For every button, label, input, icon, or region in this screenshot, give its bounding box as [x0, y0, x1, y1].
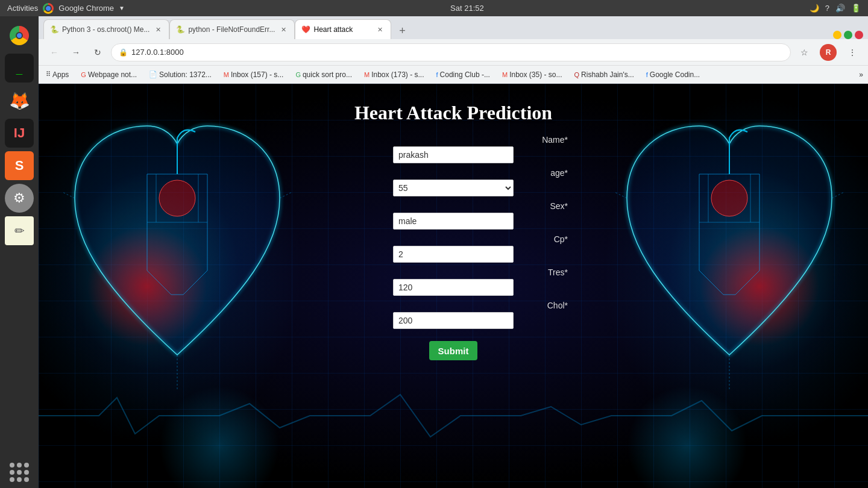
tab-favicon-heart: ❤️ [301, 25, 310, 34]
bookmark-coding-club[interactable]: f Coding Club -... [434, 69, 492, 80]
bookmark-inbox2[interactable]: M Inbox (173) - s... [362, 69, 427, 80]
svg-line-5 [615, 186, 627, 198]
age-select[interactable]: 55 50 60 45 [393, 180, 514, 196]
gmail-icon-3: M [502, 71, 508, 78]
sidebar-item-intellij[interactable]: IJ [5, 119, 34, 148]
os-topbar-right: 🌙 ? 🔊 🔋 [810, 4, 861, 13]
tab-bar: 🐍 Python 3 - os.chroot() Me... ✕ 🐍 pytho… [39, 16, 868, 39]
moon-icon: 🌙 [810, 4, 819, 13]
address-bar: ← → ↻ 🔒 127.0.0.1:8000 ☆ R ⋮ [39, 39, 868, 66]
sex-input[interactable] [393, 213, 514, 230]
tab-python-chroot[interactable]: 🐍 Python 3 - os.chroot() Me... ✕ [43, 19, 169, 39]
bookmarks-bar: ⠿ Apps G Webpage not... 📄 Solution: 1372… [39, 66, 868, 84]
sidebar-item-sublime[interactable]: S [5, 151, 34, 180]
age-label: age* [550, 168, 580, 178]
tab-title-heart: Heart attack [313, 25, 371, 34]
bookmark-rishabh-label: Rishabh Jain's... [581, 70, 634, 79]
chevron-down-icon[interactable]: ▼ [119, 5, 125, 11]
bookmark-inbox3[interactable]: M Inbox (35) - so... [500, 69, 565, 80]
menu-button[interactable]: ⋮ [844, 44, 861, 61]
g-icon-1: G [81, 71, 86, 78]
svg-point-4 [711, 180, 747, 216]
close-button[interactable] [855, 31, 863, 39]
volume-icon[interactable]: 🔊 [835, 4, 845, 13]
lock-icon: 🔒 [119, 48, 128, 57]
bookmark-solution[interactable]: 📄 Solution: 1372... [146, 69, 214, 80]
bookmark-webpage[interactable]: G Webpage not... [78, 69, 139, 80]
bookmarks-more-button[interactable]: » [859, 70, 863, 79]
tab-title-python1: Python 3 - os.chroot() Me... [62, 25, 149, 34]
sidebar-item-chrome[interactable] [5, 21, 34, 50]
tres-label: Tres* [548, 267, 580, 277]
activities-label[interactable]: Activities [7, 4, 38, 13]
bookmark-inbox1[interactable]: M Inbox (157) - s... [221, 69, 286, 80]
tab-favicon-python2: 🐍 [176, 25, 184, 34]
refresh-button[interactable]: ↻ [89, 44, 106, 61]
chrome-logo-icon [43, 3, 54, 14]
tres-field-group: Tres* [327, 267, 580, 296]
bookmark-quicksort[interactable]: G quick sort pro... [293, 69, 354, 80]
minimize-button[interactable] [833, 31, 841, 39]
help-icon[interactable]: ? [825, 4, 829, 13]
bookmark-rishabh[interactable]: Q Rishabh Jain's... [572, 69, 637, 80]
forward-button[interactable]: → [68, 44, 84, 61]
tab-close-heart[interactable]: ✕ [375, 25, 385, 34]
maximize-button[interactable] [844, 31, 852, 39]
tab-favicon-python1: 🐍 [50, 25, 58, 34]
heart-svg-left [63, 102, 292, 403]
gmail-icon-1: M [224, 71, 229, 78]
heart-svg-right [615, 102, 844, 403]
bookmark-inbox2-label: Inbox (173) - s... [371, 70, 424, 79]
url-bar[interactable]: 🔒 127.0.0.1:8000 [111, 43, 791, 61]
tres-input[interactable] [393, 279, 514, 296]
app-name-label: Google Chrome [58, 4, 114, 13]
battery-icon[interactable]: 🔋 [851, 4, 861, 13]
tab-heart-attack[interactable]: ❤️ Heart attack ✕ [295, 19, 391, 39]
tab-close-python1[interactable]: ✕ [153, 25, 163, 34]
chol-input[interactable] [393, 312, 514, 329]
os-topbar-center: Sat 21:52 [450, 4, 484, 13]
new-tab-button[interactable]: + [394, 22, 410, 39]
submit-button[interactable]: Submit [429, 341, 477, 360]
sidebar-item-firefox[interactable]: 🦊 [5, 86, 34, 115]
tab-close-python2[interactable]: ✕ [278, 25, 288, 34]
sex-label: Sex* [550, 201, 580, 211]
sidebar-item-settings[interactable]: ⚙ [5, 184, 34, 213]
name-input[interactable] [393, 146, 514, 163]
svg-point-0 [159, 180, 195, 216]
sidebar-item-terminal[interactable]: _ [5, 54, 34, 83]
profile-avatar[interactable]: R [820, 44, 837, 61]
back-button[interactable]: ← [46, 44, 63, 61]
age-field-group: age* 55 50 60 45 [327, 168, 580, 196]
svg-line-6 [832, 186, 844, 198]
bookmark-quicksort-label: quick sort pro... [303, 70, 352, 79]
clock: Sat 21:52 [450, 4, 484, 13]
cp-field-group: Cp* [327, 234, 580, 263]
bookmark-google-coding[interactable]: f Google Codin... [644, 69, 702, 80]
tab-title-python2: python - FileNotFoundErr... [188, 25, 275, 34]
page-title: Heart Attack Prediction [354, 102, 552, 124]
bookmark-inbox3-label: Inbox (35) - so... [509, 70, 562, 79]
bookmark-solution-label: Solution: 1372... [159, 70, 212, 79]
quora-icon: Q [574, 71, 580, 78]
sex-field-group: Sex* [327, 201, 580, 230]
svg-line-2 [280, 186, 292, 198]
chol-label: Chol* [547, 301, 580, 310]
tab-python-filenotfound[interactable]: 🐍 python - FileNotFoundErr... ✕ [169, 19, 295, 39]
sidebar-app-grid[interactable] [10, 463, 29, 482]
g-icon-2: G [295, 71, 301, 78]
apps-icon: ⠿ [46, 70, 51, 78]
chrome-window: 🐍 Python 3 - os.chroot() Me... ✕ 🐍 pytho… [39, 16, 868, 488]
cp-input[interactable] [393, 246, 514, 263]
chol-field-group: Chol* [327, 301, 580, 329]
sidebar-item-texteditor[interactable]: ✏ [5, 216, 34, 245]
url-text: 127.0.0.1:8000 [131, 48, 184, 57]
name-field-group: Name* [327, 135, 580, 163]
bookmark-inbox1-label: Inbox (157) - s... [231, 70, 283, 79]
bookmark-star-button[interactable]: ☆ [796, 44, 813, 61]
os-topbar-left: Activities Google Chrome ▼ [7, 3, 125, 14]
fb-icon-2: f [646, 71, 648, 78]
bookmark-apps[interactable]: ⠿ Apps [43, 69, 71, 80]
bookmark-google-coding-label: Google Codin... [650, 70, 700, 79]
bookmark-webpage-label: Webpage not... [88, 70, 137, 79]
